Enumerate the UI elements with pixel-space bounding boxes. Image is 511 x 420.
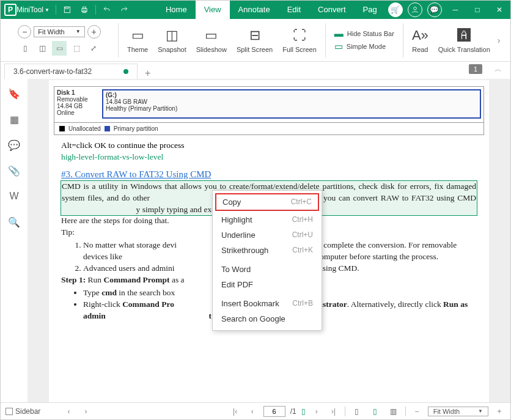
ctx-search-google[interactable]: Search on Google [213,311,322,326]
total-pages: /1 [290,407,296,416]
titlebar: P MiniTool ▼ Home View Annotate Edit Con… [1,1,510,19]
menu-tabs: Home View Annotate Edit Convert Pag [157,1,386,19]
print-icon[interactable] [76,1,93,19]
bookmark-icon[interactable]: 🔖 [7,86,21,101]
hide-statusbar-button[interactable]: ▬Hide Status Bar [334,28,394,39]
context-menu: CopyCtrl+C HighlightCtrl+H UnderlineCtrl… [212,190,322,331]
view-continuous-icon[interactable]: ▯ [369,405,382,418]
snapshot-icon: ◫ [166,28,178,43]
document-tab[interactable]: 3.6-convert-raw-to-fat32 [4,64,138,79]
page-last-button[interactable]: ›| [328,405,340,418]
zoom-out-status[interactable]: − [411,405,423,418]
zoom-fit-dropdown[interactable]: Fit Width▼ [34,26,84,37]
zoom-fit-status[interactable]: Fit Width▼ [428,407,488,416]
modified-dot-icon [123,69,128,74]
attachments-icon[interactable]: 📎 [7,163,21,178]
ctx-to-word[interactable]: To Word [213,262,322,277]
embed-disk-status: Online [57,109,97,116]
menu-page[interactable]: Pag [355,1,386,19]
legend-unalloc: Unallocated [68,125,101,132]
menu-annotate[interactable]: Annotate [230,1,279,19]
app-logo-icon: P [4,4,17,16]
ctx-underline[interactable]: UnderlineCtrl+U [213,227,322,243]
app-dropdown-icon[interactable]: ▼ [45,7,50,13]
word-export-icon[interactable]: W [7,189,21,204]
ctx-highlight[interactable]: HighlightCtrl+H [213,212,322,227]
slideshow-icon: ▭ [205,28,218,43]
page-input[interactable] [263,406,285,417]
save-icon[interactable] [59,1,76,19]
status-bar: Sidebar ‹ › |‹ ‹ /1 ▯ › ›| ▯ ▯ ▥ − Fit W… [1,402,510,419]
collapse-ribbon-icon[interactable]: ︿ [494,64,502,75]
chevron-down-icon: ▼ [76,29,81,34]
close-button[interactable]: ✕ [488,1,510,19]
view-fit-width-icon[interactable]: ▭ [52,41,67,56]
ctx-edit-pdf[interactable]: Edit PDF [213,277,322,292]
redo-icon[interactable] [116,1,133,19]
page-badge: 1 [469,64,482,74]
app-logo-area[interactable]: P MiniTool ▼ [1,4,53,16]
split-screen-button[interactable]: ⊟Split Screen [232,28,278,53]
full-screen-icon: ⛶ [293,28,306,43]
ctx-strikethrough[interactable]: StrikethroughCtrl+K [213,243,322,258]
read-icon: A» [412,28,428,43]
menu-convert[interactable]: Convert [309,1,355,19]
maximize-button[interactable]: □ [466,1,488,19]
ribbon: − Fit Width▼ + ▯ ◫ ▭ ⬚ ⤢ ▭Theme ◫Snapsho… [1,19,510,62]
slideshow-button[interactable]: ▭Slideshow [191,28,232,53]
view-single-page-icon[interactable]: ▯ [18,41,32,56]
add-tab-button[interactable]: + [145,68,150,79]
read-button[interactable]: A»Read [407,28,433,53]
document-tabs: 3.6-convert-raw-to-fat32 + 1 ︿ [1,62,510,79]
feedback-icon[interactable]: 💬 [427,2,442,17]
quick-translation-button[interactable]: 🅰Quick Translation [433,28,495,53]
ctx-insert-bookmark[interactable]: Insert BookmarkCtrl+B [213,296,322,311]
full-screen-button[interactable]: ⛶Full Screen [278,28,322,53]
zoom-out-button[interactable]: − [18,25,31,39]
page-back-button[interactable]: ‹ [246,405,259,418]
embed-disk-size: 14.84 GB [57,103,97,109]
section-heading: #3. Convert RAW to FAT32 Using CMD [61,168,477,181]
split-screen-icon: ⊟ [249,28,260,43]
chevron-down-icon: ▼ [478,408,483,414]
view-two-page-icon[interactable]: ▥ [387,405,400,418]
thumbnails-icon[interactable]: ▦ [7,112,21,127]
checkbox-icon [6,408,13,415]
svg-rect-2 [82,9,87,12]
left-sidebar: 🔖 ▦ 💬 📎 W 🔍 [1,79,28,408]
view-single-icon[interactable]: ▯ [350,405,364,418]
snapshot-button[interactable]: ◫Snapshot [153,28,191,53]
page-fwd-button[interactable]: › [311,405,323,418]
simple-mode-icon: ▭ [334,41,343,52]
alt-line: Alt=click OK to continue the process [61,140,477,152]
page-first-button[interactable]: |‹ [229,405,241,418]
view-actual-size-icon[interactable]: ◫ [35,41,50,56]
account-icon[interactable] [408,2,422,17]
ctx-copy[interactable]: CopyCtrl+C [215,193,319,211]
statusbar-icon: ▬ [334,28,344,39]
green-link: high-level-format-vs-low-level [61,152,477,163]
zoom-in-status[interactable]: + [493,405,505,418]
zoom-in-button[interactable]: + [87,25,101,39]
theme-button[interactable]: ▭Theme [122,28,153,53]
view-fit-page-icon[interactable]: ⬚ [69,41,84,56]
embedded-disk-management: Disk 1 Removable 14.84 GB Online (G:) 14… [54,86,484,135]
page-next-button[interactable]: › [79,405,92,418]
undo-icon[interactable] [98,1,116,19]
ribbon-more-icon[interactable]: › [495,35,503,45]
legend-primary-icon [105,126,110,131]
legend-unalloc-icon [59,126,65,131]
sidebar-toggle[interactable]: Sidebar [6,407,40,416]
cart-icon[interactable]: 🛒 [388,2,403,17]
menu-home[interactable]: Home [157,1,196,19]
minimize-button[interactable]: ─ [444,1,466,19]
svg-rect-1 [65,7,68,9]
simple-mode-button[interactable]: ▭Simple Mode [334,41,394,52]
page-prev-button[interactable]: ‹ [62,405,75,418]
search-icon[interactable]: 🔍 [7,215,21,229]
menu-edit[interactable]: Edit [279,1,309,19]
view-crop-icon[interactable]: ⤢ [86,41,101,56]
menu-view[interactable]: View [196,1,230,19]
comments-icon[interactable]: 💬 [7,138,21,152]
embed-part-letter: (G:) [106,92,477,98]
